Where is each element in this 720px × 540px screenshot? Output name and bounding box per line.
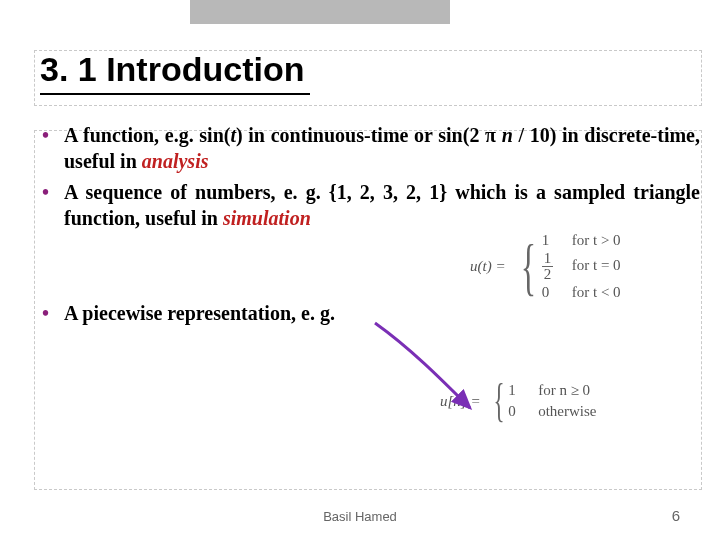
math-lhs: u(t) = [470, 258, 510, 275]
footer-author: Basil Hamed [0, 509, 720, 524]
pi-symbol: π [485, 124, 496, 146]
fraction: 12 [542, 251, 554, 282]
text: ) in continuous-time or sin(2 [236, 124, 485, 146]
slide-title: 3. 1 Introduction [40, 50, 310, 95]
text: A sequence of numbers, e. g. {1, 2, 3, 2… [64, 181, 700, 229]
math-u-of-t: u(t) = { 1for t > 0 12for t = 0 0for t <… [470, 230, 670, 303]
text: A piecewise representation, e. g. [64, 302, 335, 324]
fraction-num: 1 [542, 251, 554, 267]
math-cases: 1for t > 0 12for t = 0 0for t < 0 [542, 230, 621, 303]
bullet-item-function: A function, e.g. sin(t) in continuous-ti… [40, 123, 700, 174]
case-value: 0 [542, 282, 562, 303]
bullet-item-sequence: A sequence of numbers, e. g. {1, 2, 3, 2… [40, 180, 700, 231]
case-condition: for t = 0 [562, 257, 621, 273]
keyword-simulation: simulation [223, 207, 311, 229]
left-brace-icon: { [521, 241, 536, 292]
text: A function, e.g. sin( [64, 124, 230, 146]
footer-page-number: 6 [672, 507, 680, 524]
var-n: n [496, 124, 513, 146]
decorative-top-bar [190, 0, 450, 24]
keyword-analysis: analysis [142, 150, 209, 172]
fraction-den: 2 [542, 267, 554, 282]
case-condition: for t < 0 [562, 284, 621, 300]
case-value: 1 [542, 230, 562, 251]
case-condition: for t > 0 [562, 232, 621, 248]
arrow-icon [370, 318, 540, 438]
